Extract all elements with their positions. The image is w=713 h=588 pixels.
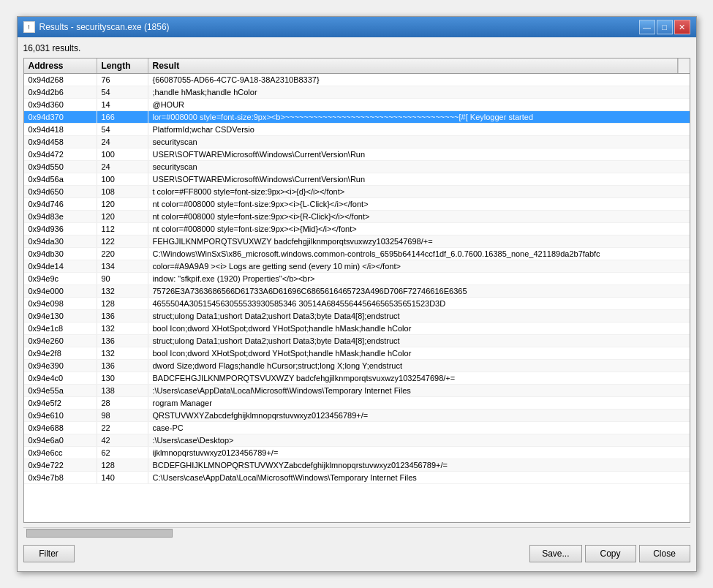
cell-result: color=#A9A9A9 ><i> Logs are getting send…	[148, 260, 690, 272]
cell-length: 132	[97, 347, 148, 359]
table-row[interactable]: 0x94d2b654;handle hMask;handle hColor	[24, 86, 690, 99]
table-row[interactable]: 0x94e1c8132bool Icon;dword XHotSpot;dwor…	[24, 323, 690, 335]
table-row[interactable]: 0x94d746120nt color=#008000 style=font-s…	[24, 198, 690, 211]
cell-address: 0x94d472	[24, 148, 97, 160]
save-button[interactable]: Save...	[529, 545, 581, 562]
table-row[interactable]: 0x94e6a042:\Users\case\Desktop>	[24, 434, 690, 447]
cell-length: 166	[97, 111, 148, 123]
cell-address: 0x94e722	[24, 459, 97, 471]
table-row[interactable]: 0x94d370166lor=#008000 style=font-size:9…	[24, 111, 690, 124]
cell-result: QRSTUVWXYZabcdefghijklmnopqrstuvwxyz0123…	[148, 410, 690, 421]
title-bar-left: ! Results - securityscan.exe (1856)	[23, 21, 170, 33]
table-row[interactable]: 0x94de14134color=#A9A9A9 ><i> Logs are g…	[24, 260, 690, 273]
cell-result: nt color=#008000 style=font-size:9px><i>…	[148, 223, 690, 235]
col-header-result: Result	[148, 59, 678, 73]
cell-result: securityscan	[148, 161, 690, 173]
cell-length: 54	[97, 124, 148, 135]
filter-button[interactable]: Filter	[23, 545, 75, 562]
cell-result: securityscan	[148, 136, 690, 148]
cell-result: bool Icon;dword XHotSpot;dword YHotSpot;…	[148, 347, 690, 359]
results-table: Address Length Result 0x94d26876{6608705…	[23, 58, 690, 523]
horizontal-scrollbar[interactable]	[23, 527, 690, 538]
table-row[interactable]: 0x94d36014@HOUR	[24, 99, 690, 111]
cell-address: 0x94e55a	[24, 385, 97, 396]
cell-address: 0x94e260	[24, 335, 97, 347]
table-row[interactable]: 0x94e00013275726E3A7363686566D61733A6D61…	[24, 285, 690, 298]
app-icon: !	[23, 21, 35, 33]
scrollbar-header	[678, 59, 690, 73]
cell-result: 75726E3A7363686566D61733A6D61696C6865616…	[148, 285, 690, 297]
table-row[interactable]: 0x94e7b8140C:\Users\case\AppData\Local\M…	[24, 472, 690, 484]
cell-address: 0x94d370	[24, 111, 97, 123]
table-row[interactable]: 0x94e55a138:\Users\case\AppData\Local\Mi…	[24, 385, 690, 397]
table-row[interactable]: 0x94da30122FEHGJILKNMPORQTSVUXWZY badcfe…	[24, 235, 690, 248]
cell-length: 132	[97, 285, 148, 297]
cell-result: lor=#008000 style=font-size:9px><b>~~~~~…	[148, 111, 690, 123]
table-row[interactable]: 0x94d26876{66087055-AD66-4C7C-9A18-38A23…	[24, 74, 690, 86]
cell-result: @HOUR	[148, 99, 690, 110]
cell-length: 134	[97, 260, 148, 272]
cell-address: 0x94d746	[24, 198, 97, 210]
col-header-length: Length	[97, 59, 148, 73]
minimize-button[interactable]: —	[639, 20, 655, 34]
cell-address: 0x94da30	[24, 235, 97, 247]
table-row[interactable]: 0x94e722128BCDEFGHIJKLMNOPQRSTUVWXYZabcd…	[24, 459, 690, 472]
table-row[interactable]: 0x94e5f228rogram Manager	[24, 397, 690, 410]
maximize-button[interactable]: □	[657, 20, 673, 34]
window-close-button[interactable]: ✕	[674, 20, 690, 34]
cell-address: 0x94e1c8	[24, 323, 97, 334]
table-row[interactable]: 0x94e0981284655504A305154563055533930585…	[24, 298, 690, 310]
cell-address: 0x94d83e	[24, 211, 97, 222]
table-row[interactable]: 0x94d56a100USER\SOFTWARE\Microsoft\Windo…	[24, 173, 690, 186]
cell-result: struct;ulong Data1;ushort Data2;ushort D…	[148, 335, 690, 347]
table-row[interactable]: 0x94d472100USER\SOFTWARE\Microsoft\Windo…	[24, 148, 690, 161]
cell-address: 0x94e9c	[24, 273, 97, 284]
table-row[interactable]: 0x94d41854PlatformId;wchar CSDVersio	[24, 124, 690, 136]
h-scroll-thumb[interactable]	[26, 529, 173, 538]
footer: Filter Save... Copy Close	[23, 542, 690, 565]
table-row[interactable]: 0x94d55024securityscan	[24, 161, 690, 173]
cell-length: 76	[97, 74, 148, 86]
table-row[interactable]: 0x94e130136struct;ulong Data1;ushort Dat…	[24, 310, 690, 323]
cell-length: 130	[97, 372, 148, 384]
cell-address: 0x94d268	[24, 74, 97, 86]
main-window: ! Results - securityscan.exe (1856) — □ …	[17, 16, 697, 572]
table-row[interactable]: 0x94e6cc62ijklmnopqrstuvwxyz0123456789+/…	[24, 447, 690, 459]
table-row[interactable]: 0x94d650108t color=#FF8000 style=font-si…	[24, 186, 690, 198]
cell-address: 0x94e4c0	[24, 372, 97, 384]
close-button[interactable]: Close	[639, 545, 690, 562]
copy-button[interactable]: Copy	[585, 545, 636, 562]
table-row[interactable]: 0x94db30220C:\Windows\WinSxS\x86_microso…	[24, 248, 690, 260]
cell-length: 14	[97, 99, 148, 110]
cell-result: C:\Windows\WinSxS\x86_microsoft.windows.…	[148, 248, 690, 260]
table-row[interactable]: 0x94e4c0130BADCFEHGJILKNMPORQTSVUXWZY ba…	[24, 372, 690, 385]
cell-address: 0x94e5f2	[24, 397, 97, 409]
cell-result: rogram Manager	[148, 397, 690, 409]
table-row[interactable]: 0x94e2f8132bool Icon;dword XHotSpot;dwor…	[24, 347, 690, 360]
result-count: 16,031 results.	[23, 43, 690, 53]
table-row[interactable]: 0x94e68822case-PC	[24, 422, 690, 434]
cell-address: 0x94e130	[24, 310, 97, 322]
cell-result: ;handle hMask;handle hColor	[148, 86, 690, 98]
cell-address: 0x94d2b6	[24, 86, 97, 98]
cell-address: 0x94e610	[24, 410, 97, 421]
table-row[interactable]: 0x94e260136struct;ulong Data1;ushort Dat…	[24, 335, 690, 347]
table-row[interactable]: 0x94e61098QRSTUVWXYZabcdefghijklmnopqrst…	[24, 410, 690, 422]
table-row[interactable]: 0x94d936112nt color=#008000 style=font-s…	[24, 223, 690, 235]
table-row[interactable]: 0x94d45824securityscan	[24, 136, 690, 148]
cell-result: 4655504A305154563055533930585346 30514A6…	[148, 298, 690, 309]
table-body[interactable]: 0x94d26876{66087055-AD66-4C7C-9A18-38A23…	[24, 74, 690, 522]
cell-result: USER\SOFTWARE\Microsoft\Windows\CurrentV…	[148, 148, 690, 160]
cell-length: 120	[97, 198, 148, 210]
table-row[interactable]: 0x94e390136dword Size;dword Flags;handle…	[24, 360, 690, 372]
cell-length: 122	[97, 235, 148, 247]
cell-address: 0x94d650	[24, 186, 97, 197]
cell-result: BADCFEHGJILKNMPORQTSVUXWZY badcfehgjilkn…	[148, 372, 690, 384]
cell-address: 0x94de14	[24, 260, 97, 272]
table-row[interactable]: 0x94e9c90indow: "sfkpif.exe (1920) Prope…	[24, 273, 690, 285]
table-row[interactable]: 0x94d83e120nt color=#008000 style=font-s…	[24, 211, 690, 223]
cell-length: 28	[97, 397, 148, 409]
footer-right: Save... Copy Close	[529, 545, 690, 562]
cell-result: nt color=#008000 style=font-size:9px><i>…	[148, 211, 690, 222]
cell-length: 136	[97, 335, 148, 347]
